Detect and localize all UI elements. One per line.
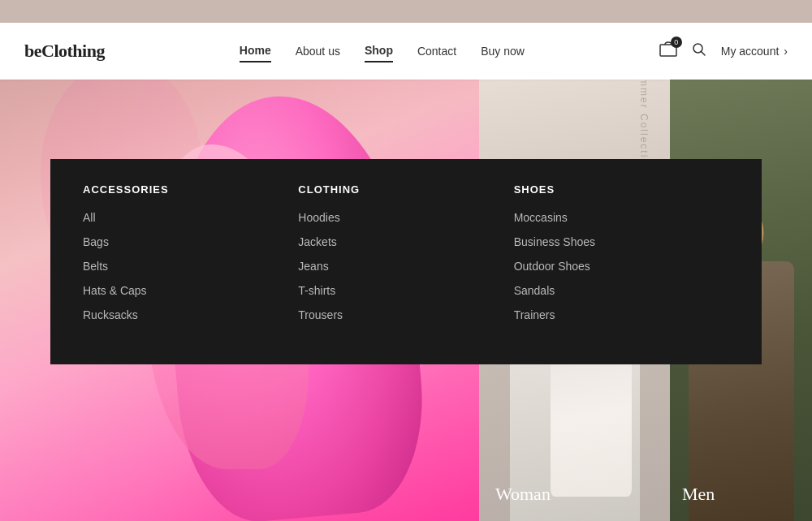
accessories-list: All Bags Belts Hats & Caps Rucksacks [83,210,298,322]
nav-about[interactable]: About us [296,41,340,62]
header-right: 0 My account › [659,41,788,61]
shoes-business-link[interactable]: Business Shoes [514,235,595,248]
nav-buynow[interactable]: Buy now [481,41,525,62]
dropdown-clothing-col: CLOTHING Hoodies Jackets Jeans T-shirts … [298,183,513,332]
list-item[interactable]: Hats & Caps [83,283,298,298]
accessories-bags-link[interactable]: Bags [83,235,109,248]
logo[interactable]: beClothing [24,41,105,62]
list-item[interactable]: Rucksacks [83,308,298,322]
clothing-jeans-link[interactable]: Jeans [298,260,328,273]
shoes-trainers-link[interactable]: Trainers [514,308,555,321]
list-item[interactable]: All [83,210,298,225]
shoes-sandals-link[interactable]: Sandals [514,284,555,297]
logo-clothing: Clothing [41,41,105,61]
cart-badge: 0 [671,37,682,48]
list-item[interactable]: T-shirts [298,283,513,298]
woman-label: Woman [495,484,551,505]
list-item[interactable]: Business Shoes [514,235,729,249]
chevron-right-icon: › [784,45,788,58]
nav-shop[interactable]: Shop [365,40,393,62]
list-item[interactable]: Moccasins [514,210,729,225]
accessories-all-link[interactable]: All [83,211,96,224]
list-item[interactable]: Outdoor Shoes [514,259,729,273]
nav-contact[interactable]: Contact [417,41,456,62]
dropdown-accessories-col: ACCESSORIES All Bags Belts Hats & Caps R… [83,183,298,332]
list-item[interactable]: Bags [83,235,298,249]
clothing-jackets-link[interactable]: Jackets [298,235,336,248]
list-item[interactable]: Jackets [298,235,513,249]
shoes-list: Moccasins Business Shoes Outdoor Shoes S… [514,210,729,322]
clothing-header: CLOTHING [298,183,513,196]
nav-home[interactable]: Home [240,40,271,62]
list-item[interactable]: Belts [83,259,298,273]
men-label: Men [682,484,715,505]
logo-be: be [24,41,41,61]
accessories-rucksacks-link[interactable]: Rucksacks [83,308,138,321]
accessories-hats-link[interactable]: Hats & Caps [83,284,147,297]
list-item[interactable]: Sandals [514,283,729,298]
shoes-outdoor-link[interactable]: Outdoor Shoes [514,260,590,273]
cart-icon[interactable]: 0 [659,41,677,61]
clothing-list: Hoodies Jackets Jeans T-shirts Trousers [298,210,513,322]
clothing-hoodies-link[interactable]: Hoodies [298,211,339,224]
list-item[interactable]: Trainers [514,308,729,322]
shoes-header: SHOES [514,183,729,196]
my-account-button[interactable]: My account › [721,45,788,58]
accessories-belts-link[interactable]: Belts [83,260,108,273]
dropdown-shoes-col: SHOES Moccasins Business Shoes Outdoor S… [514,183,729,332]
clothing-trousers-link[interactable]: Trousers [298,308,343,321]
list-item[interactable]: Hoodies [298,210,513,225]
header: beClothing Home About us Shop Contact Bu… [0,23,812,80]
clothing-tshirts-link[interactable]: T-shirts [298,284,335,297]
my-account-label: My account [721,45,780,58]
search-icon[interactable] [692,42,706,60]
shoes-moccasins-link[interactable]: Moccasins [514,211,568,224]
list-item[interactable]: Jeans [298,259,513,273]
svg-line-2 [701,52,705,56]
dropdown-menu: ACCESSORIES All Bags Belts Hats & Caps R… [50,159,762,364]
list-item[interactable]: Trousers [298,308,513,322]
main-nav: Home About us Shop Contact Buy now [240,40,525,62]
accessories-header: ACCESSORIES [83,183,298,196]
